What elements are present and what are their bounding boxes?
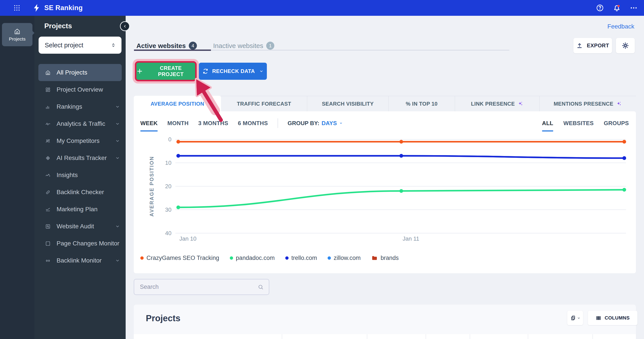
group-by-value: DAYS [322, 120, 337, 127]
legend-dot [285, 256, 288, 260]
sidebar-item-insights[interactable]: Insights [34, 167, 126, 184]
create-project-button[interactable]: CREATE PROJECT [136, 63, 195, 80]
scope-tab-groups[interactable]: GROUPS [604, 120, 629, 127]
group-by-label: GROUP BY: [288, 120, 320, 127]
ai-sparkle-icon [518, 101, 524, 107]
export-label: EXPORT [587, 42, 609, 49]
feedback-link[interactable]: Feedback [608, 23, 634, 30]
sidebar-item-marketing-plan[interactable]: Marketing Plan [34, 201, 126, 218]
range-tab-3-months[interactable]: 3 MONTHS [198, 120, 228, 127]
columns-icon [596, 315, 602, 321]
projects-table-header [134, 334, 636, 339]
metric-tab-label: % IN TOP 10 [406, 101, 438, 107]
sidebar-menu: All Projects Project Overview Rankings A… [34, 64, 126, 269]
sidebar-collapse-button[interactable] [120, 21, 130, 31]
legend-item-zillow-com[interactable]: zillow.com [328, 255, 361, 261]
table-column-divider [470, 334, 470, 339]
svg-text:10: 10 [165, 160, 172, 166]
legend-item-pandadoc-com[interactable]: pandadoc.com [230, 255, 275, 261]
bolt-logo-icon [32, 3, 41, 12]
group-by-control[interactable]: GROUP BY: DAYS [288, 120, 343, 127]
tab-label: Active websites [136, 42, 186, 49]
projects-heading: Projects [146, 313, 180, 323]
average-position-chart: 010203040Jan 10Jan 11AVERAGE POSITION [134, 131, 636, 245]
svg-text:Jan 11: Jan 11 [402, 235, 419, 242]
notifications-bell-icon[interactable] [612, 3, 621, 12]
range-tab-month[interactable]: MONTH [167, 120, 188, 127]
legend-item-trello-com[interactable]: trello.com [285, 255, 317, 261]
scope-tabs: ALLWEBSITESGROUPS [542, 116, 629, 130]
columns-button[interactable]: COLUMNS [588, 311, 638, 325]
legend-label: CrazyGames SEO Tracking [146, 255, 219, 261]
projects-sidebar: Projects Select project All Projects Pro… [34, 16, 126, 339]
legend-dot [328, 256, 331, 260]
settings-button[interactable] [616, 38, 635, 53]
legend-dot [140, 256, 144, 260]
sidebar-item-backlink-checker[interactable]: Backlink Checker [34, 184, 126, 201]
rail-item-label: Projects [9, 36, 26, 42]
svg-text:30: 30 [165, 206, 172, 213]
apps-grid-icon[interactable] [13, 4, 20, 11]
project-select-dropdown[interactable]: Select project [38, 36, 122, 54]
range-tabs: WEEKMONTH3 MONTHS6 MONTHSGROUP BY: DAYS [140, 116, 343, 130]
sidebar-item-website-audit[interactable]: Website Audit [34, 218, 126, 235]
sidebar-item-label: Backlink Monitor [56, 257, 115, 264]
tab-inactive-websites[interactable]: Inactive websites 1 [213, 42, 274, 50]
tab-active-underline [134, 49, 211, 51]
upload-icon [576, 42, 583, 49]
legend-item-crazygames-seo-tracking[interactable]: CrazyGames SEO Tracking [140, 255, 219, 261]
more-ellipsis-icon[interactable] [630, 4, 638, 12]
overview-grid-icon [45, 87, 51, 93]
copy-view-button[interactable] [567, 311, 583, 325]
search-icon [258, 284, 264, 290]
sidebar-item-label: Website Audit [56, 223, 115, 230]
home-icon [14, 28, 21, 35]
metric-tab-mentions-presence[interactable]: MENTIONS PRESENCE [540, 96, 636, 111]
tab-label: Inactive websites [213, 42, 263, 49]
tab-active-websites[interactable]: Active websites 4 [136, 42, 197, 50]
help-icon[interactable] [596, 4, 604, 12]
sidebar-item-analytics-traffic[interactable]: Analytics & Traffic [34, 115, 126, 132]
brand-title: SE Ranking [44, 4, 83, 12]
sidebar-item-rankings[interactable]: Rankings [34, 98, 126, 115]
left-rail: Projects [0, 16, 34, 339]
legend-label: trello.com [292, 255, 317, 261]
table-column-divider [592, 334, 593, 339]
sidebar-item-backlink-monitor[interactable]: Backlink Monitor [34, 252, 126, 269]
chevron-down-icon [115, 224, 120, 229]
sidebar-item-label: Analytics & Traffic [56, 120, 115, 127]
metric-tab--in-top-10[interactable]: % IN TOP 10 [388, 96, 455, 111]
metric-tab-search-visibility[interactable]: SEARCH VISIBILITY [307, 96, 388, 111]
chevron-down-icon [259, 69, 264, 73]
sidebar-title: Projects [44, 22, 72, 30]
chevron-down-icon [115, 104, 120, 109]
legend-item-brands[interactable]: brands [371, 255, 399, 261]
svg-text:40: 40 [165, 230, 172, 236]
scope-tab-all[interactable]: ALL [542, 120, 553, 127]
range-tab-6-months[interactable]: 6 MONTHS [238, 120, 268, 127]
table-column-divider [528, 334, 528, 339]
sidebar-item-page-changes-monitor[interactable]: Page Changes Monitor [34, 235, 126, 252]
metric-tab-label: LINK PRESENCE [471, 101, 515, 107]
legend-label: brands [381, 255, 399, 261]
ai-tracker-clover-icon [45, 155, 51, 161]
svg-text:AVERAGE POSITION: AVERAGE POSITION [149, 156, 154, 217]
svg-text:Jan 10: Jan 10 [179, 235, 196, 242]
backlinks-icon [45, 189, 51, 195]
metric-tab-average-position[interactable]: AVERAGE POSITION [134, 96, 221, 111]
scope-tab-websites[interactable]: WEBSITES [563, 120, 594, 127]
export-button[interactable]: EXPORT [574, 38, 612, 53]
range-tab-week[interactable]: WEEK [140, 120, 158, 127]
metric-tab-link-presence[interactable]: LINK PRESENCE [455, 96, 540, 111]
metric-tabs: AVERAGE POSITIONTRAFFIC FORECASTSEARCH V… [134, 96, 636, 111]
sidebar-item-all-projects[interactable]: All Projects [38, 64, 122, 81]
sidebar-item-ai-results-tracker[interactable]: AI Results Tracker [34, 149, 126, 167]
search-input[interactable] [140, 284, 258, 290]
metric-tab-traffic-forecast[interactable]: TRAFFIC FORECAST [221, 96, 307, 111]
recheck-data-button[interactable]: RECHECK DATA [199, 63, 267, 80]
gear-icon [622, 42, 629, 49]
legend-label: zillow.com [334, 255, 361, 261]
sidebar-item-project-overview[interactable]: Project Overview [34, 81, 126, 98]
rail-item-projects[interactable]: Projects [2, 23, 32, 46]
sidebar-item-my-competitors[interactable]: My Competitors [34, 132, 126, 149]
